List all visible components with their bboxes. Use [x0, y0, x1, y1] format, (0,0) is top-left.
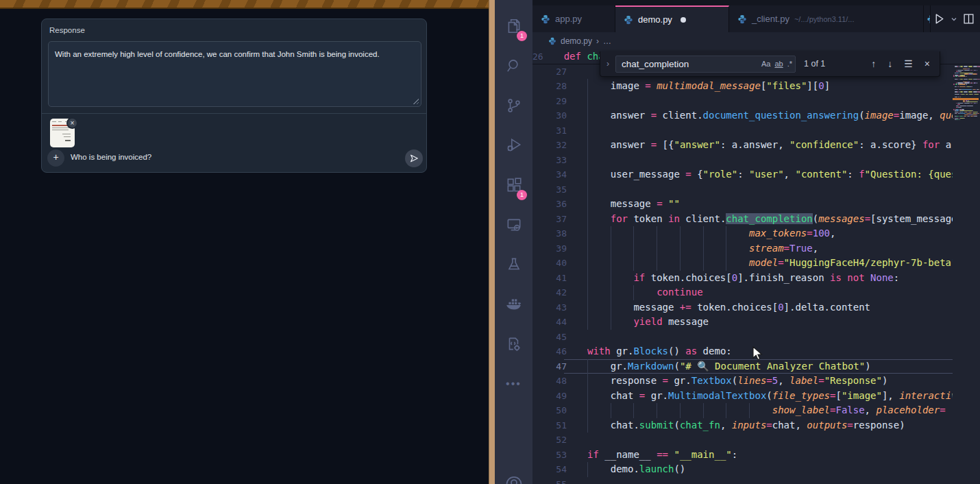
- activity-bar: 1 1: [495, 0, 532, 484]
- add-file-button[interactable]: +: [47, 149, 64, 167]
- tab-partial[interactable]: [924, 5, 931, 32]
- code-line-48: 48response = gr.Textbox(lines=5, label="…: [532, 374, 980, 389]
- code-line-43: 43message += token.choices[0].delta.cont…: [532, 300, 980, 315]
- sidebar-item-task-runner[interactable]: [495, 328, 532, 361]
- code-line-32: 32answer = [{"answer": a.answer, "confid…: [532, 138, 980, 153]
- code-line-31: 31: [532, 123, 980, 138]
- code-line-33: 33: [532, 153, 980, 168]
- code-line-51: 51chat.submit(chat_fn, inputs=chat, outp…: [532, 418, 980, 433]
- tab-bar: app.py demo.py _client.py ~/.../python3.…: [532, 0, 980, 32]
- python-icon: [541, 14, 550, 24]
- sidebar-item-search[interactable]: [495, 49, 532, 82]
- find-in-selection-icon[interactable]: ☰: [904, 58, 913, 69]
- paper-plane-icon: [409, 154, 419, 163]
- code-editor[interactable]: 26def chat_fn(multimodal_message): 2728i…: [532, 49, 980, 484]
- find-query-text: chat_completion: [622, 59, 757, 69]
- run-button[interactable]: [933, 13, 945, 25]
- code-line-29: 29: [532, 94, 980, 109]
- breadcrumb-file[interactable]: demo.py: [561, 36, 592, 46]
- sidebar-item-extensions[interactable]: 1: [495, 169, 532, 202]
- code-line-28: 28image = multimodal_message["files"][0]: [532, 79, 980, 94]
- next-match-icon[interactable]: ↓: [887, 58, 892, 69]
- chat-input-text[interactable]: Who is being invoiced?: [71, 153, 151, 161]
- response-text: With an extremely high level of confiden…: [55, 50, 380, 58]
- more-actions-icon[interactable]: •••: [495, 367, 532, 400]
- minimap-find-match-marker: [953, 98, 979, 100]
- regex-toggle[interactable]: .*: [787, 60, 792, 68]
- code-line-35: 35: [532, 182, 980, 197]
- code-line-42: 42continue: [532, 285, 980, 300]
- tab-client-py[interactable]: _client.py ~/.../python3.11/...: [729, 5, 924, 32]
- split-editor-icon[interactable]: [963, 13, 975, 25]
- browser-top-bar: [0, 0, 489, 9]
- code-line-36: 36message = "": [532, 197, 980, 212]
- tab-label: _client.py: [752, 14, 789, 24]
- code-line-40: 40model="HuggingFaceH4/zephyr-7b-beta"): [532, 256, 980, 271]
- vscode-main: app.py demo.py _client.py ~/.../python3.…: [532, 0, 980, 484]
- code-line-44: 44yield message: [532, 315, 980, 330]
- file-gear-icon: [505, 335, 523, 353]
- python-icon: [548, 37, 556, 45]
- close-find-icon[interactable]: ×: [924, 58, 930, 69]
- sidebar-item-docker[interactable]: [495, 288, 532, 321]
- find-input[interactable]: chat_completion Aa ab .*: [615, 56, 796, 73]
- sidebar-item-remote-explorer[interactable]: [495, 208, 532, 241]
- vscode-window: 1 1: [489, 0, 980, 484]
- editor-actions: [931, 5, 980, 32]
- gradio-app-panel: Response With an extremely high level of…: [0, 0, 489, 484]
- tab-label: demo.py: [638, 14, 672, 25]
- wallpaper-strip: [489, 0, 495, 484]
- code-line-30: 30answer = client.document_question_answ…: [532, 108, 980, 123]
- code-line-38: 38max_tokens=100,: [532, 226, 980, 241]
- python-icon: [737, 14, 747, 24]
- mouse-pointer-icon: [752, 346, 765, 361]
- account-icon[interactable]: [495, 466, 532, 484]
- sidebar-item-source-control[interactable]: [495, 89, 532, 122]
- divider: [42, 113, 426, 114]
- code-line-45: 45: [532, 330, 980, 345]
- sidebar-item-run-debug[interactable]: [495, 129, 532, 162]
- git-branch-icon: [505, 97, 523, 114]
- response-label: Response: [49, 26, 85, 34]
- tab-demo-py[interactable]: demo.py: [615, 5, 729, 32]
- run-dropdown-chevron-icon[interactable]: [951, 16, 957, 23]
- code-line-55: 55: [532, 477, 980, 484]
- resize-handle-icon[interactable]: [413, 98, 419, 104]
- previous-match-icon[interactable]: ↑: [871, 58, 876, 69]
- remote-monitor-icon: [505, 216, 523, 234]
- find-results-count: 1 of 1: [804, 59, 825, 69]
- code-line-50: 50show_label=False, placeholder=: [532, 403, 980, 418]
- code-line-53: 53if __name__ == "__main__":: [532, 448, 980, 463]
- sidebar-item-testing[interactable]: [495, 248, 532, 281]
- code-line-49: 49chat = gr.MultimodalTextbox(file_types…: [532, 389, 980, 404]
- beaker-icon: [505, 256, 523, 274]
- python-icon: [624, 15, 633, 25]
- remove-attachment-button[interactable]: ×: [66, 117, 78, 129]
- search-icon: [505, 57, 523, 75]
- docker-whale-icon: [505, 295, 523, 313]
- chat-input-row: + Who is being invoiced?: [42, 149, 426, 167]
- modified-dot-icon[interactable]: [681, 17, 686, 23]
- minimap[interactable]: [953, 49, 980, 484]
- toggle-replace-chevron-icon[interactable]: ›: [600, 59, 615, 69]
- code-line-54: 54demo.launch(): [532, 462, 980, 477]
- breadcrumb-more[interactable]: …: [603, 36, 611, 46]
- code-line-41: 41if token.choices[0].finish_reason is n…: [532, 271, 980, 286]
- tab-description: ~/.../python3.11/...: [794, 15, 855, 23]
- whole-word-toggle[interactable]: ab: [774, 60, 783, 68]
- explorer-badge: 1: [517, 31, 527, 41]
- send-button[interactable]: [405, 149, 423, 167]
- code-line-37: 37for token in client.chat_completion(me…: [532, 212, 980, 227]
- debug-icon: [505, 136, 523, 154]
- tab-app-py[interactable]: app.py: [532, 5, 615, 32]
- gradio-card: Response With an extremely high level of…: [41, 19, 427, 173]
- code-line-52: 52: [532, 433, 980, 448]
- sidebar-item-explorer[interactable]: 1: [495, 10, 532, 43]
- account-circle-icon: [504, 473, 524, 484]
- breadcrumb-separator: ›: [596, 36, 599, 46]
- tab-label: app.py: [555, 14, 582, 24]
- match-case-toggle[interactable]: Aa: [761, 60, 770, 68]
- extensions-badge: 1: [517, 190, 527, 200]
- breadcrumb[interactable]: demo.py › …: [532, 32, 980, 49]
- response-textarea[interactable]: With an extremely high level of confiden…: [48, 41, 421, 107]
